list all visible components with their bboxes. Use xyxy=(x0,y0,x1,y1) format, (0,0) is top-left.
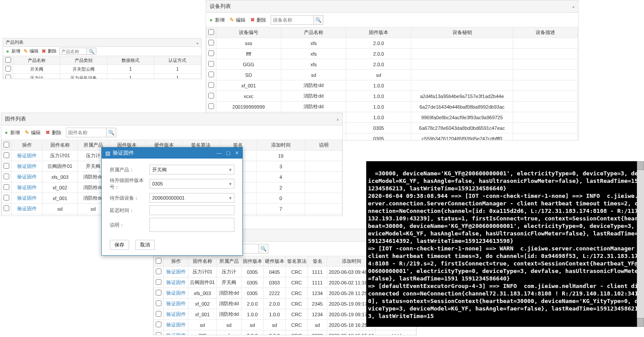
row-checkbox[interactable] xyxy=(4,205,9,211)
firmware-version-select[interactable]: 0305 xyxy=(150,179,234,189)
plus-icon: ● xyxy=(208,17,214,23)
row-checkbox[interactable] xyxy=(208,72,214,77)
row-checkbox[interactable] xyxy=(4,174,9,179)
verify-firmware-link[interactable]: 验证固件 xyxy=(166,333,186,335)
verify-firmware-link[interactable]: 验证固件 xyxy=(17,206,37,211)
verify-firmware-dialog: ▤ 验证固件 — ▢ ✕ 所属产品：开关阀 待升级固件版本号：0305 待升级设… xyxy=(101,147,243,256)
edit-button[interactable]: ✎编辑 xyxy=(23,48,38,54)
panel-title: 设备列表 xyxy=(210,3,231,10)
verify-firmware-link[interactable]: 验证固件 xyxy=(17,163,37,169)
table-row[interactable]: ffffxfs2.0.0 xyxy=(207,49,578,59)
search-icon[interactable]: 🔍 xyxy=(258,244,268,253)
verify-firmware-link[interactable]: 验证固件 xyxy=(166,301,186,306)
scrollbar[interactable] xyxy=(637,161,644,327)
plus-icon: ● xyxy=(5,49,10,54)
x-icon: ✖ xyxy=(45,130,50,135)
verify-firmware-link[interactable]: 验证固件 xyxy=(166,280,186,285)
row-checkbox[interactable] xyxy=(208,93,214,98)
search-box: 🔍 xyxy=(59,48,96,55)
search-icon[interactable]: 🔍 xyxy=(106,128,116,137)
panel-title: 固件列表 xyxy=(5,115,26,123)
search-input[interactable] xyxy=(271,17,313,23)
add-button[interactable]: ●新增 xyxy=(5,48,20,54)
table-row[interactable]: GGGxfs2.0.0 xyxy=(207,59,578,70)
search-icon[interactable]: 🔍 xyxy=(313,15,323,24)
dialog-title: 验证固件 xyxy=(113,149,134,157)
note-textarea[interactable] xyxy=(150,218,234,232)
log-text: =30000, deviceName='KG_YF@200600000001',… xyxy=(368,170,644,319)
cancel-button[interactable]: 取消 xyxy=(135,240,155,250)
row-checkbox[interactable] xyxy=(156,332,161,335)
pencil-icon: ✎ xyxy=(23,49,28,54)
x-icon: ✖ xyxy=(250,17,255,23)
row-checkbox[interactable] xyxy=(208,103,214,109)
delay-input[interactable] xyxy=(150,205,234,215)
row-checkbox[interactable] xyxy=(156,269,161,274)
select-all-checkbox[interactable] xyxy=(4,142,9,148)
device-select[interactable]: 200600000001 xyxy=(150,193,234,203)
pencil-icon: ✎ xyxy=(24,130,30,135)
collapse-icon[interactable]: ▴ xyxy=(572,4,575,9)
plus-icon: ● xyxy=(4,130,9,135)
row-checkbox[interactable] xyxy=(208,40,214,45)
maximize-icon[interactable]: ▢ xyxy=(226,150,230,156)
table-row[interactable]: xf_001消防栓dd1.0.0 xyxy=(207,80,578,91)
row-checkbox[interactable] xyxy=(208,61,214,67)
table-row[interactable]: 200199999999消防栓dd1.0.06a27de16434b446baf… xyxy=(207,102,578,112)
x-icon: ✖ xyxy=(41,49,46,54)
save-button[interactable]: 保存 xyxy=(110,240,129,250)
select-all-checkbox[interactable] xyxy=(208,29,214,35)
verify-firmware-link[interactable]: 验证固件 xyxy=(17,195,37,201)
doc-icon: ▤ xyxy=(105,150,110,156)
table-row[interactable]: SDsdsd xyxy=(207,70,578,80)
verify-firmware-link[interactable]: 验证固件 xyxy=(166,322,186,327)
search-box: 🔍 xyxy=(66,128,116,137)
delete-button[interactable]: ✖删除 xyxy=(41,48,57,54)
table-row[interactable]: 开关阀开关型云阀11 xyxy=(4,65,201,74)
edit-button[interactable]: ✎编辑 xyxy=(24,129,41,136)
row-checkbox[interactable] xyxy=(156,290,161,295)
table-row[interactable]: 压力计压力采集设备11 xyxy=(4,74,201,79)
pencil-icon: ✎ xyxy=(229,17,234,23)
verify-firmware-link[interactable]: 验证固件 xyxy=(166,290,186,295)
row-checkbox[interactable] xyxy=(156,300,161,306)
table-row[interactable]: xcxc消防栓dd1.0.0a2d4fa13a95b4be9a7157e3f1a… xyxy=(207,91,578,102)
product-select[interactable]: 开关阀 xyxy=(150,165,234,174)
row-checkbox[interactable] xyxy=(208,50,214,56)
row-checkbox[interactable] xyxy=(4,184,9,190)
search-input[interactable] xyxy=(66,130,106,135)
row-checkbox[interactable] xyxy=(5,66,11,72)
verify-firmware-link[interactable]: 验证固件 xyxy=(17,153,37,158)
select-all-checkbox[interactable] xyxy=(156,258,161,264)
row-checkbox[interactable] xyxy=(156,311,161,317)
row-checkbox[interactable] xyxy=(4,195,9,201)
row-checkbox[interactable] xyxy=(5,75,11,79)
row-checkbox[interactable] xyxy=(208,82,214,88)
add-button[interactable]: ●新增 xyxy=(4,129,20,136)
collapse-icon[interactable]: ▴ xyxy=(196,40,199,45)
minimize-icon[interactable]: — xyxy=(217,150,222,156)
add-button[interactable]: ●新增 xyxy=(208,17,225,23)
close-icon[interactable]: ✕ xyxy=(235,150,239,156)
row-checkbox[interactable] xyxy=(4,152,9,158)
verify-firmware-link[interactable]: 验证固件 xyxy=(166,269,186,274)
search-input[interactable] xyxy=(60,49,86,54)
row-checkbox[interactable] xyxy=(156,279,161,285)
verify-firmware-link[interactable]: 验证固件 xyxy=(166,311,186,317)
search-box: 🔍 xyxy=(271,15,323,25)
search-icon[interactable]: 🔍 xyxy=(86,48,96,54)
table-row[interactable]: 验证固件ffffffxfs2.0.02.0.0CRC22222020-05-18… xyxy=(154,330,416,335)
select-all-checkbox[interactable] xyxy=(5,57,11,63)
log-console: =30000, deviceName='KG_YF@200600000001',… xyxy=(366,161,644,327)
row-checkbox[interactable] xyxy=(4,163,9,169)
delete-button[interactable]: ✖删除 xyxy=(250,17,266,23)
delete-button[interactable]: ✖删除 xyxy=(45,129,61,136)
collapse-icon[interactable]: ▴ xyxy=(337,117,339,121)
verify-firmware-link[interactable]: 验证固件 xyxy=(17,174,37,179)
table-row[interactable]: sssxfs2.0.0 xyxy=(207,38,578,49)
row-checkbox[interactable] xyxy=(156,322,161,327)
panel-title: 产品列表 xyxy=(6,39,23,45)
product-table: 产品名称 产品类别 数据格式 认证方式 开关阀开关型云阀11压力计压力采集设备1… xyxy=(3,56,201,79)
verify-firmware-link[interactable]: 验证固件 xyxy=(17,185,37,190)
edit-button[interactable]: ✎编辑 xyxy=(229,17,245,23)
